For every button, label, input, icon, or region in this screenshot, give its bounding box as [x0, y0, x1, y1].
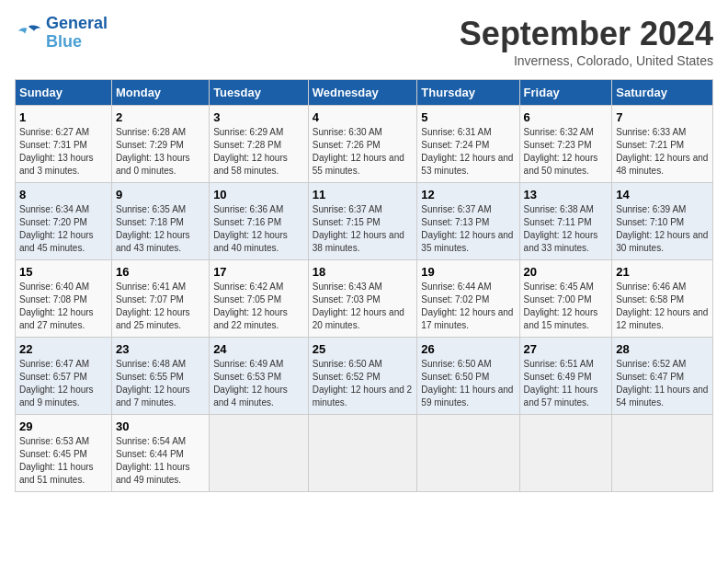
day-info: Sunrise: 6:33 AMSunset: 7:21 PMDaylight:…: [616, 126, 709, 178]
day-info: Sunrise: 6:34 AMSunset: 7:20 PMDaylight:…: [19, 203, 108, 255]
day-info: Sunrise: 6:41 AMSunset: 7:07 PMDaylight:…: [116, 281, 205, 332]
day-info: Sunrise: 6:43 AMSunset: 7:03 PMDaylight:…: [313, 281, 414, 332]
table-row: 30 Sunrise: 6:54 AMSunset: 6:44 PMDaylig…: [111, 415, 209, 492]
table-row: 23 Sunrise: 6:48 AMSunset: 6:55 PMDaylig…: [111, 338, 209, 415]
day-number: 28: [616, 342, 709, 356]
day-info: Sunrise: 6:29 AMSunset: 7:28 PMDaylight:…: [213, 126, 304, 178]
day-info: Sunrise: 6:30 AMSunset: 7:26 PMDaylight:…: [313, 126, 414, 178]
day-number: 8: [19, 188, 108, 201]
calendar-week-row: 29 Sunrise: 6:53 AMSunset: 6:45 PMDaylig…: [16, 415, 713, 492]
col-saturday: Saturday: [612, 80, 713, 106]
day-info: Sunrise: 6:52 AMSunset: 6:47 PMDaylight:…: [616, 358, 709, 409]
col-monday: Monday: [111, 80, 209, 106]
table-row: 12 Sunrise: 6:37 AMSunset: 7:13 PMDaylig…: [417, 183, 519, 260]
day-info: Sunrise: 6:27 AMSunset: 7:31 PMDaylight:…: [19, 126, 108, 178]
day-number: 16: [116, 265, 205, 279]
table-row: 7 Sunrise: 6:33 AMSunset: 7:21 PMDayligh…: [612, 106, 713, 183]
day-number: 25: [313, 342, 414, 356]
day-number: 9: [116, 188, 205, 201]
day-info: Sunrise: 6:48 AMSunset: 6:55 PMDaylight:…: [116, 358, 205, 409]
table-row: 6 Sunrise: 6:32 AMSunset: 7:23 PMDayligh…: [519, 106, 612, 183]
month-title: September 2024: [460, 15, 713, 53]
day-number: 15: [19, 265, 108, 279]
day-info: Sunrise: 6:42 AMSunset: 7:05 PMDaylight:…: [213, 281, 304, 332]
table-row: 10 Sunrise: 6:36 AMSunset: 7:16 PMDaylig…: [210, 183, 309, 260]
day-info: Sunrise: 6:35 AMSunset: 7:18 PMDaylight:…: [116, 203, 205, 255]
table-row: 9 Sunrise: 6:35 AMSunset: 7:18 PMDayligh…: [111, 183, 209, 260]
table-row: 15 Sunrise: 6:40 AMSunset: 7:08 PMDaylig…: [16, 260, 112, 338]
table-row: 18 Sunrise: 6:43 AMSunset: 7:03 PMDaylig…: [308, 260, 417, 338]
table-row: 4 Sunrise: 6:30 AMSunset: 7:26 PMDayligh…: [308, 106, 417, 183]
table-row: [308, 415, 417, 492]
day-info: Sunrise: 6:47 AMSunset: 6:57 PMDaylight:…: [19, 358, 108, 409]
day-info: Sunrise: 6:46 AMSunset: 6:58 PMDaylight:…: [616, 281, 709, 332]
table-row: [519, 415, 612, 492]
day-info: Sunrise: 6:37 AMSunset: 7:15 PMDaylight:…: [313, 203, 414, 255]
day-number: 20: [524, 265, 609, 279]
table-row: 29 Sunrise: 6:53 AMSunset: 6:45 PMDaylig…: [16, 415, 112, 492]
col-sunday: Sunday: [16, 80, 112, 106]
location-subtitle: Inverness, Colorado, United States: [460, 53, 713, 68]
table-row: [417, 415, 519, 492]
day-number: 26: [421, 342, 515, 356]
day-info: Sunrise: 6:54 AMSunset: 6:44 PMDaylight:…: [116, 435, 205, 487]
day-number: 12: [421, 188, 515, 201]
table-row: 19 Sunrise: 6:44 AMSunset: 7:02 PMDaylig…: [417, 260, 519, 338]
day-number: 23: [116, 342, 205, 356]
day-number: 24: [213, 342, 304, 356]
logo: General Blue: [15, 15, 108, 52]
day-number: 1: [19, 110, 108, 124]
day-info: Sunrise: 6:37 AMSunset: 7:13 PMDaylight:…: [421, 203, 515, 255]
day-info: Sunrise: 6:50 AMSunset: 6:52 PMDaylight:…: [313, 358, 414, 409]
table-row: 1 Sunrise: 6:27 AMSunset: 7:31 PMDayligh…: [16, 106, 112, 183]
table-row: 20 Sunrise: 6:45 AMSunset: 7:00 PMDaylig…: [519, 260, 612, 338]
day-info: Sunrise: 6:44 AMSunset: 7:02 PMDaylight:…: [421, 281, 515, 332]
day-number: 14: [616, 188, 709, 201]
calendar-body: 1 Sunrise: 6:27 AMSunset: 7:31 PMDayligh…: [16, 106, 713, 492]
table-row: 17 Sunrise: 6:42 AMSunset: 7:05 PMDaylig…: [210, 260, 309, 338]
table-row: 28 Sunrise: 6:52 AMSunset: 6:47 PMDaylig…: [612, 338, 713, 415]
day-info: Sunrise: 6:39 AMSunset: 7:10 PMDaylight:…: [616, 203, 709, 255]
table-row: 3 Sunrise: 6:29 AMSunset: 7:28 PMDayligh…: [210, 106, 309, 183]
day-info: Sunrise: 6:28 AMSunset: 7:29 PMDaylight:…: [116, 126, 205, 178]
table-row: 24 Sunrise: 6:49 AMSunset: 6:53 PMDaylig…: [210, 338, 309, 415]
table-row: 16 Sunrise: 6:41 AMSunset: 7:07 PMDaylig…: [111, 260, 209, 338]
day-number: 11: [313, 188, 414, 201]
table-row: 2 Sunrise: 6:28 AMSunset: 7:29 PMDayligh…: [111, 106, 209, 183]
calendar-week-row: 22 Sunrise: 6:47 AMSunset: 6:57 PMDaylig…: [16, 338, 713, 415]
day-number: 21: [616, 265, 709, 279]
day-number: 2: [116, 110, 205, 124]
day-info: Sunrise: 6:38 AMSunset: 7:11 PMDaylight:…: [524, 203, 609, 255]
table-row: [612, 415, 713, 492]
day-number: 29: [19, 419, 108, 433]
day-number: 6: [524, 110, 609, 124]
col-thursday: Thursday: [417, 80, 519, 106]
table-row: 13 Sunrise: 6:38 AMSunset: 7:11 PMDaylig…: [519, 183, 612, 260]
col-tuesday: Tuesday: [210, 80, 309, 106]
table-row: 11 Sunrise: 6:37 AMSunset: 7:15 PMDaylig…: [308, 183, 417, 260]
logo-bird-icon: [15, 22, 42, 44]
calendar-week-row: 8 Sunrise: 6:34 AMSunset: 7:20 PMDayligh…: [16, 183, 713, 260]
day-number: 19: [421, 265, 515, 279]
table-row: 25 Sunrise: 6:50 AMSunset: 6:52 PMDaylig…: [308, 338, 417, 415]
day-number: 22: [19, 342, 108, 356]
day-info: Sunrise: 6:36 AMSunset: 7:16 PMDaylight:…: [213, 203, 304, 255]
day-number: 10: [213, 188, 304, 201]
calendar-header-row: Sunday Monday Tuesday Wednesday Thursday…: [16, 80, 713, 106]
calendar-table: Sunday Monday Tuesday Wednesday Thursday…: [15, 79, 713, 492]
day-number: 5: [421, 110, 515, 124]
day-info: Sunrise: 6:49 AMSunset: 6:53 PMDaylight:…: [213, 358, 304, 409]
table-row: 8 Sunrise: 6:34 AMSunset: 7:20 PMDayligh…: [16, 183, 112, 260]
day-number: 13: [524, 188, 609, 201]
col-friday: Friday: [519, 80, 612, 106]
day-info: Sunrise: 6:32 AMSunset: 7:23 PMDaylight:…: [524, 126, 609, 178]
day-number: 18: [313, 265, 414, 279]
table-row: 14 Sunrise: 6:39 AMSunset: 7:10 PMDaylig…: [612, 183, 713, 260]
day-info: Sunrise: 6:45 AMSunset: 7:00 PMDaylight:…: [524, 281, 609, 332]
table-row: 27 Sunrise: 6:51 AMSunset: 6:49 PMDaylig…: [519, 338, 612, 415]
table-row: 5 Sunrise: 6:31 AMSunset: 7:24 PMDayligh…: [417, 106, 519, 183]
calendar-week-row: 1 Sunrise: 6:27 AMSunset: 7:31 PMDayligh…: [16, 106, 713, 183]
table-row: 21 Sunrise: 6:46 AMSunset: 6:58 PMDaylig…: [612, 260, 713, 338]
day-number: 4: [313, 110, 414, 124]
day-number: 3: [213, 110, 304, 124]
